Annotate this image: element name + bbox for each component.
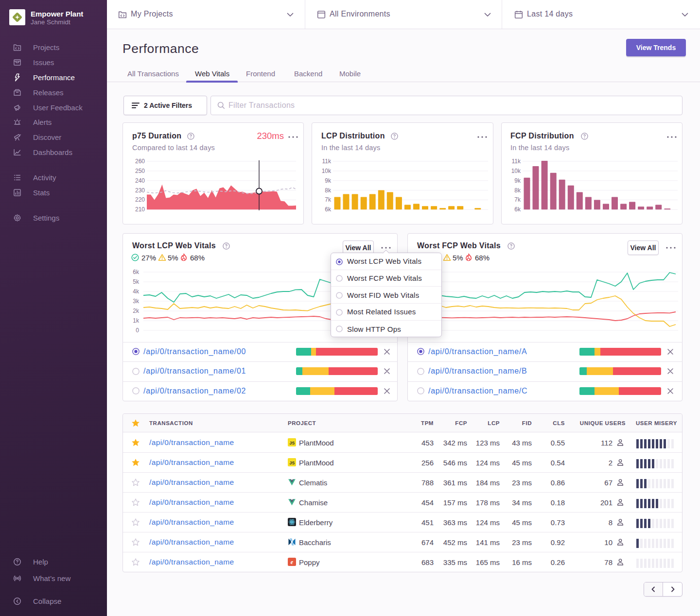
svg-text:220: 220 [135,196,145,203]
svg-text:JS: JS [289,441,295,445]
svg-text:7k: 7k [514,196,521,203]
svg-text:11k: 11k [322,158,332,165]
svg-text:230: 230 [135,187,145,194]
svg-text:8k: 8k [325,187,332,194]
svg-text:2k: 2k [133,308,140,314]
svg-text:260: 260 [135,158,145,165]
svg-text:9k: 9k [325,177,332,184]
svg-text:1k: 1k [133,317,140,324]
svg-text:8k: 8k [514,187,521,194]
svg-text:240: 240 [135,177,145,184]
svg-text:e: e [291,559,294,565]
svg-text:6k: 6k [325,206,332,213]
svg-text:JS: JS [289,461,295,465]
svg-text:6k: 6k [514,206,521,213]
svg-text:7k: 7k [325,196,332,203]
svg-text:210: 210 [135,206,145,213]
svg-text:4k: 4k [133,288,140,295]
svg-text:9k: 9k [514,177,521,184]
svg-text:250: 250 [135,168,145,174]
svg-text:5k: 5k [133,278,140,285]
svg-text:10k: 10k [511,168,521,174]
svg-text:0: 0 [136,327,139,334]
svg-text:6k: 6k [133,269,140,275]
svg-text:3k: 3k [133,298,140,305]
svg-text:11k: 11k [511,158,521,165]
svg-text:10k: 10k [322,168,332,174]
